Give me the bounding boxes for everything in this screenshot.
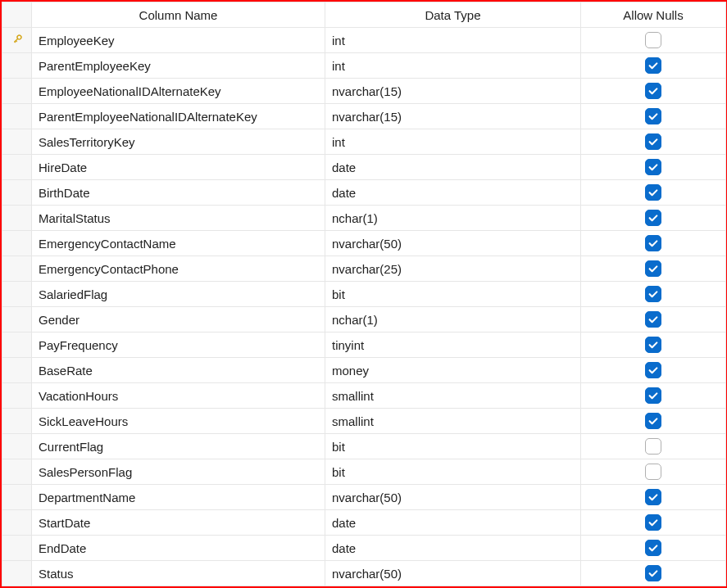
- table-row[interactable]: PayFrequencytinyint: [2, 332, 726, 358]
- column-name-cell[interactable]: BirthDate: [32, 180, 325, 206]
- data-type-cell[interactable]: nvarchar(25): [325, 256, 581, 282]
- data-type-cell[interactable]: smallint: [325, 409, 581, 434]
- table-row[interactable]: SalariedFlagbit: [2, 282, 726, 307]
- data-type-cell[interactable]: bit: [325, 459, 581, 485]
- table-row[interactable]: SickLeaveHourssmallint: [2, 409, 726, 434]
- data-type-cell[interactable]: nvarchar(15): [325, 79, 581, 104]
- row-selector[interactable]: [2, 53, 32, 79]
- row-selector[interactable]: [2, 561, 32, 586]
- table-row[interactable]: SalesTerritoryKeyint: [2, 129, 726, 155]
- column-name-cell[interactable]: EndDate: [32, 536, 325, 561]
- allow-nulls-checkbox[interactable]: [645, 387, 661, 404]
- column-name-cell[interactable]: SalesPersonFlag: [32, 459, 325, 485]
- column-name-cell[interactable]: EmergencyContactName: [32, 231, 325, 256]
- column-name-cell[interactable]: SalariedFlag: [32, 282, 325, 307]
- data-type-cell[interactable]: bit: [325, 434, 581, 459]
- table-row[interactable]: EndDatedate: [2, 536, 726, 561]
- data-type-cell[interactable]: nvarchar(50): [325, 561, 581, 586]
- row-selector[interactable]: [2, 409, 32, 434]
- allow-nulls-checkbox[interactable]: [645, 362, 661, 378]
- data-type-cell[interactable]: tinyint: [325, 332, 581, 358]
- row-selector[interactable]: [2, 231, 32, 256]
- table-row[interactable]: HireDatedate: [2, 155, 726, 180]
- data-type-cell[interactable]: nchar(1): [325, 307, 581, 332]
- allow-nulls-checkbox[interactable]: [645, 159, 661, 175]
- table-row[interactable]: StartDatedate: [2, 510, 726, 536]
- column-name-cell[interactable]: PayFrequency: [32, 332, 325, 358]
- column-name-cell[interactable]: EmployeeKey: [32, 28, 325, 53]
- row-selector[interactable]: [2, 485, 32, 510]
- allow-nulls-checkbox[interactable]: [645, 413, 661, 429]
- allow-nulls-checkbox[interactable]: [645, 57, 661, 74]
- row-selector[interactable]: [2, 155, 32, 180]
- allow-nulls-checkbox[interactable]: [645, 260, 661, 277]
- row-selector[interactable]: [2, 358, 32, 383]
- table-row[interactable]: CurrentFlagbit: [2, 434, 726, 459]
- row-selector[interactable]: [2, 104, 32, 129]
- row-selector[interactable]: [2, 206, 32, 231]
- data-type-cell[interactable]: nvarchar(50): [325, 231, 581, 256]
- column-name-cell[interactable]: Status: [32, 561, 325, 586]
- allow-nulls-checkbox[interactable]: [645, 210, 661, 226]
- allow-nulls-checkbox[interactable]: [645, 108, 661, 124]
- allow-nulls-checkbox[interactable]: [645, 438, 661, 455]
- data-type-cell[interactable]: nvarchar(50): [325, 485, 581, 510]
- column-name-cell[interactable]: SickLeaveHours: [32, 409, 325, 434]
- data-type-cell[interactable]: date: [325, 536, 581, 561]
- table-row[interactable]: BaseRatemoney: [2, 358, 726, 383]
- data-type-cell[interactable]: int: [325, 129, 581, 155]
- allow-nulls-checkbox[interactable]: [645, 514, 661, 531]
- table-row[interactable]: EmployeeKeyint: [2, 28, 726, 53]
- allow-nulls-checkbox[interactable]: [645, 184, 661, 201]
- allow-nulls-checkbox[interactable]: [645, 83, 661, 99]
- header-allow-nulls[interactable]: Allow Nulls: [581, 2, 726, 28]
- table-row[interactable]: VacationHourssmallint: [2, 383, 726, 409]
- table-row[interactable]: EmergencyContactNamenvarchar(50): [2, 231, 726, 256]
- column-name-cell[interactable]: HireDate: [32, 155, 325, 180]
- column-name-cell[interactable]: CurrentFlag: [32, 434, 325, 459]
- allow-nulls-checkbox[interactable]: [645, 32, 661, 48]
- column-name-cell[interactable]: Gender: [32, 307, 325, 332]
- allow-nulls-checkbox[interactable]: [645, 489, 661, 505]
- data-type-cell[interactable]: money: [325, 358, 581, 383]
- data-type-cell[interactable]: date: [325, 180, 581, 206]
- row-selector[interactable]: [2, 510, 32, 536]
- row-selector[interactable]: [2, 129, 32, 155]
- header-column-name[interactable]: Column Name: [32, 2, 325, 28]
- column-name-cell[interactable]: DepartmentName: [32, 485, 325, 510]
- row-selector[interactable]: [2, 307, 32, 332]
- row-selector[interactable]: [2, 256, 32, 282]
- data-type-cell[interactable]: date: [325, 155, 581, 180]
- column-name-cell[interactable]: VacationHours: [32, 383, 325, 409]
- table-row[interactable]: DepartmentNamenvarchar(50): [2, 485, 726, 510]
- allow-nulls-checkbox[interactable]: [645, 311, 661, 328]
- header-data-type[interactable]: Data Type: [325, 2, 581, 28]
- row-selector[interactable]: [2, 282, 32, 307]
- table-row[interactable]: EmployeeNationalIDAlternateKeynvarchar(1…: [2, 79, 726, 104]
- column-name-cell[interactable]: MaritalStatus: [32, 206, 325, 231]
- allow-nulls-checkbox[interactable]: [645, 286, 661, 302]
- data-type-cell[interactable]: nchar(1): [325, 206, 581, 231]
- allow-nulls-checkbox[interactable]: [645, 464, 661, 480]
- table-row[interactable]: MaritalStatusnchar(1): [2, 206, 726, 231]
- row-selector[interactable]: [2, 434, 32, 459]
- data-type-cell[interactable]: nvarchar(15): [325, 104, 581, 129]
- table-row[interactable]: Statusnvarchar(50): [2, 561, 726, 586]
- data-type-cell[interactable]: smallint: [325, 383, 581, 409]
- row-selector[interactable]: [2, 79, 32, 104]
- row-selector[interactable]: [2, 180, 32, 206]
- row-selector[interactable]: [2, 332, 32, 358]
- column-name-cell[interactable]: ParentEmployeeKey: [32, 53, 325, 79]
- column-name-cell[interactable]: StartDate: [32, 510, 325, 536]
- allow-nulls-checkbox[interactable]: [645, 235, 661, 251]
- allow-nulls-checkbox[interactable]: [645, 540, 661, 556]
- row-selector[interactable]: [2, 383, 32, 409]
- data-type-cell[interactable]: date: [325, 510, 581, 536]
- table-row[interactable]: ParentEmployeeKeyint: [2, 53, 726, 79]
- data-type-cell[interactable]: int: [325, 53, 581, 79]
- column-name-cell[interactable]: BaseRate: [32, 358, 325, 383]
- table-row[interactable]: BirthDatedate: [2, 180, 726, 206]
- column-name-cell[interactable]: EmergencyContactPhone: [32, 256, 325, 282]
- column-name-cell[interactable]: SalesTerritoryKey: [32, 129, 325, 155]
- row-selector[interactable]: [2, 459, 32, 485]
